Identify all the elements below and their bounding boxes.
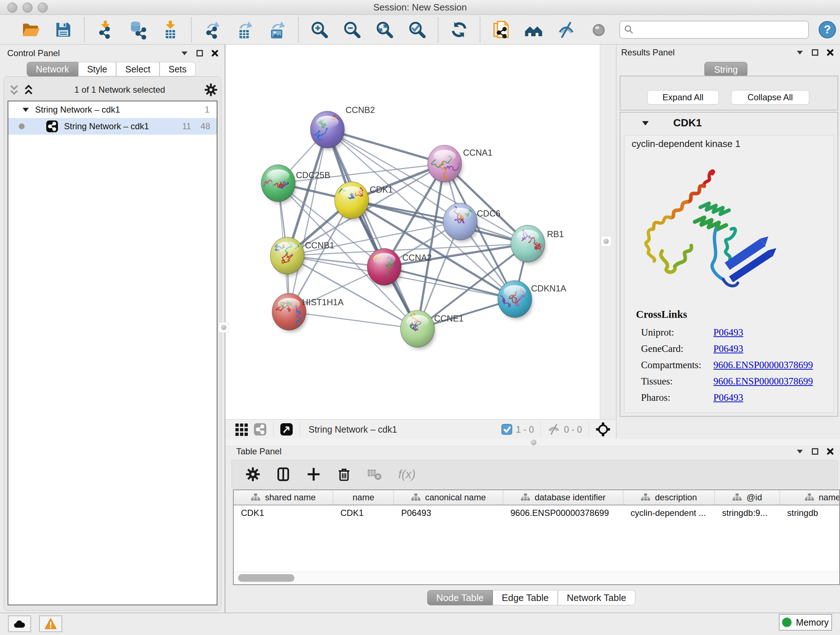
panel-splitter-horizontal[interactable] <box>225 439 840 447</box>
refresh-icon[interactable] <box>449 20 469 40</box>
panel-float-icon[interactable] <box>810 447 820 456</box>
expand-all-icon[interactable] <box>21 82 36 97</box>
network-row-selected[interactable]: String Network – cdk1 11 48 <box>8 118 217 135</box>
collapse-all-button[interactable]: Collapse All <box>731 90 809 105</box>
tree-expand-icon[interactable] <box>21 105 30 114</box>
table-horizontal-scrollbar[interactable] <box>234 572 839 584</box>
hide-eye-icon[interactable] <box>556 20 576 40</box>
show-eye-icon[interactable] <box>589 20 608 40</box>
crosslink-value-compartments-[interactable]: 9606.ENSP00000378699 <box>714 359 813 371</box>
crosslink-row: Tissues:9606.ENSP00000378699 <box>641 373 826 390</box>
export-table-icon[interactable] <box>235 20 255 40</box>
export-image-icon[interactable] <box>268 20 287 40</box>
add-column-icon[interactable] <box>306 466 322 482</box>
network-edge-CCNB2-HIST1H1A[interactable] <box>289 130 327 312</box>
collapse-all-icon[interactable] <box>7 82 21 97</box>
crosshair-icon[interactable] <box>595 422 611 437</box>
zoom-fit-icon[interactable] <box>375 20 394 40</box>
current-network-dot-icon <box>19 123 25 130</box>
expand-all-button[interactable]: Expand All <box>647 90 719 105</box>
column-header-canonical-name[interactable]: canonical name <box>394 490 503 505</box>
save-session-icon[interactable] <box>54 20 73 40</box>
tab-edge-table[interactable]: Edge Table <box>493 590 558 605</box>
table-panel-title: Table Panel <box>236 447 281 456</box>
network-collection-row[interactable]: String Network – cdk1 1 <box>8 101 217 118</box>
birdseye-view-icon[interactable] <box>280 423 293 436</box>
search-input[interactable] <box>635 24 805 35</box>
network-graph[interactable]: CCNB2CCNA1CDC25BCDK1CDC6RB1CCNB1CCNA2CDK… <box>225 44 600 419</box>
tab-network-table[interactable]: Network Table <box>558 590 635 605</box>
cloud-status-button[interactable] <box>8 616 31 632</box>
column-header-namespace[interactable]: namespace <box>780 490 840 505</box>
table-row[interactable]: CDK1CDK1P064939606.ENSP00000378699cyclin… <box>234 505 839 521</box>
panel-close-icon[interactable] <box>826 447 835 456</box>
panel-collapse-icon[interactable] <box>795 447 805 456</box>
import-network-icon[interactable] <box>95 20 115 40</box>
entry-expand-icon[interactable] <box>641 119 650 128</box>
tab-node-table[interactable]: Node Table <box>427 590 493 605</box>
network-options-gear-icon[interactable] <box>204 82 218 97</box>
network-view-canvas[interactable]: CCNB2CCNA1CDC25BCDK1CDC6RB1CCNB1CCNA2CDK… <box>225 44 600 419</box>
node-label-CCNA1: CCNA1 <box>463 148 493 157</box>
crosslink-value-genecard-[interactable]: P06493 <box>714 343 744 355</box>
panel-collapse-icon[interactable] <box>795 48 805 57</box>
application-window: Session: New Session ? Control Panel Net… <box>0 0 840 635</box>
results-entry-box: CDK1 cyclin-dependent kinase 1 <box>620 112 838 417</box>
column-label: shared name <box>265 492 316 502</box>
panel-float-icon[interactable] <box>810 48 820 57</box>
tab-sets[interactable]: Sets <box>159 62 196 76</box>
import-database-icon[interactable] <box>128 20 148 40</box>
delete-column-icon[interactable] <box>336 466 352 482</box>
import-table-icon[interactable] <box>161 20 180 40</box>
network-edge-HIST1H1A-CCNE1[interactable] <box>289 312 417 329</box>
selected-checkbox-icon[interactable] <box>501 424 512 435</box>
crosslink-value-tissues-[interactable]: 9606.ENSP00000378699 <box>714 376 813 387</box>
zoom-in-icon[interactable] <box>309 20 329 40</box>
node-gloss <box>449 208 471 220</box>
scrollbar-thumb[interactable] <box>238 574 294 582</box>
svg-text:f(x): f(x) <box>398 467 416 481</box>
hidden-eye-icon[interactable] <box>547 423 561 436</box>
export-network-icon[interactable] <box>202 20 222 40</box>
help-icon[interactable]: ? <box>818 21 836 39</box>
tab-network[interactable]: Network <box>27 62 78 76</box>
crosslink-row: Compartments:9606.ENSP00000378699 <box>641 357 826 373</box>
panel-close-icon[interactable] <box>826 48 835 57</box>
crosslink-value-uniprot-[interactable]: P06493 <box>714 327 744 338</box>
search-input-wrapper[interactable] <box>619 21 809 39</box>
control-panel-tabs: NetworkStyleSelectSets <box>27 62 196 76</box>
network-selection-status: 1 of 1 Network selected <box>36 85 204 95</box>
home-panels-icon[interactable] <box>524 20 543 40</box>
column-header-shared-name[interactable]: shared name <box>234 490 333 505</box>
memory-button[interactable]: Memory <box>779 614 832 631</box>
zoom-out-icon[interactable] <box>342 20 362 40</box>
panel-close-icon[interactable] <box>210 49 219 58</box>
splitter-handle-left[interactable] <box>218 322 229 333</box>
table-header-row: shared namenamecanonical namedatabase id… <box>234 490 839 505</box>
splitter-handle-right[interactable] <box>601 236 611 247</box>
column-header-name[interactable]: name <box>333 490 394 505</box>
crosslink-label-genecard-: GeneCard: <box>641 343 714 355</box>
grid-view-icon[interactable] <box>235 423 248 436</box>
column-header-database-identifier[interactable]: database identifier <box>503 490 623 505</box>
tab-select[interactable]: Select <box>116 62 159 76</box>
column-header-description[interactable]: description <box>623 490 715 505</box>
panel-float-icon[interactable] <box>195 49 204 58</box>
zoom-selected-icon[interactable] <box>407 20 427 40</box>
column-header--id[interactable]: @id <box>715 490 780 505</box>
string-document-icon[interactable] <box>491 20 511 40</box>
crosslink-value-pharos-[interactable]: P06493 <box>714 392 744 403</box>
splitter-handle-bottom[interactable] <box>531 440 537 445</box>
node-table[interactable]: shared namenamecanonical namedatabase id… <box>233 489 840 585</box>
tab-string[interactable]: String <box>704 62 747 77</box>
warnings-button[interactable] <box>39 616 62 632</box>
tab-style[interactable]: Style <box>78 62 117 76</box>
open-session-icon[interactable] <box>21 20 41 40</box>
panel-collapse-icon[interactable] <box>180 49 189 58</box>
table-options-gear-icon[interactable] <box>245 466 261 482</box>
search-icon <box>624 24 635 35</box>
node-gloss <box>406 315 429 327</box>
show-columns-icon[interactable] <box>275 466 291 482</box>
network-overview-icon[interactable] <box>254 423 267 436</box>
network-edge-CDK1-RB1[interactable] <box>352 200 528 244</box>
